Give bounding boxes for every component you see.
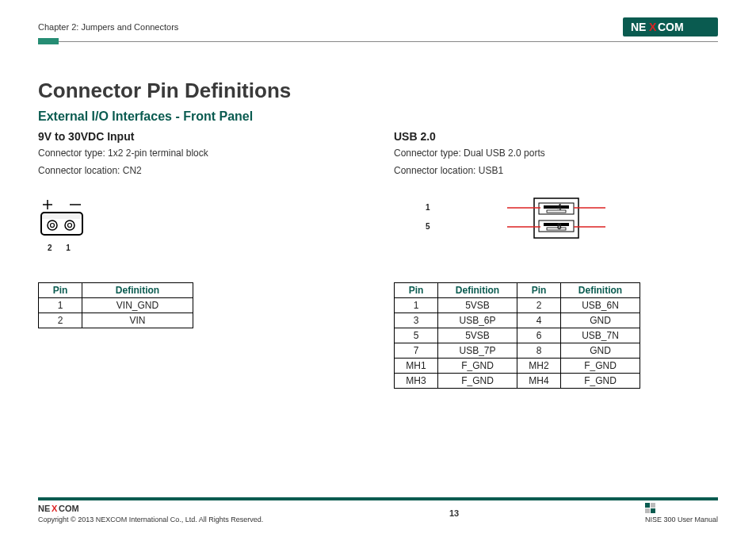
svg-rect-14 (544, 205, 569, 209)
svg-point-8 (48, 220, 57, 230)
usb-port-diagram: 1 4 5 8 (394, 195, 718, 251)
usb-pin1: 1 (426, 203, 430, 212)
right-conn-loc: Connector location: USB1 (394, 164, 718, 178)
svg-text:NE: NE (631, 21, 646, 33)
left-column: 9V to 30VDC Input Connector type: 1x2 2-… (38, 128, 362, 389)
diagram-pin1-label: 1 (66, 243, 71, 252)
th-pin: Pin (395, 282, 438, 297)
footer-rule (38, 497, 718, 500)
th-pin: Pin (39, 282, 82, 297)
svg-rect-15 (547, 210, 566, 213)
svg-text:NE: NE (38, 504, 50, 513)
svg-rect-17 (544, 223, 569, 226)
svg-rect-27 (651, 503, 655, 508)
usb-pin5: 5 (426, 222, 430, 231)
svg-point-9 (51, 223, 55, 227)
decor-squares-icon (645, 503, 656, 514)
table-row: 7USB_7P8GND (395, 343, 640, 358)
usb-pin4: 4 (557, 203, 562, 212)
th-def: Definition (82, 282, 193, 297)
table-row: 3USB_6P4GND (395, 313, 640, 328)
svg-text:COM: COM (658, 21, 684, 33)
left-conn-loc: Connector location: CN2 (38, 164, 362, 178)
page-title: Connector Pin Definitions (38, 79, 718, 103)
right-conn-type: Connector type: Dual USB 2.0 ports (394, 147, 718, 160)
header-rule (38, 41, 718, 42)
page-subtitle: External I/O Interfaces - Front Panel (38, 109, 718, 124)
svg-text:X: X (52, 504, 58, 513)
svg-rect-7 (41, 213, 82, 219)
svg-rect-29 (651, 508, 655, 513)
terminal-block-diagram: 2 1 (38, 195, 362, 251)
brand-logo: NE X COM (623, 17, 718, 36)
chapter-label: Chapter 2: Jumpers and Connectors (38, 22, 178, 32)
table-row: 2 VIN (39, 313, 193, 328)
th-pin: Pin (517, 282, 561, 297)
copyright-text: Copyright © 2013 NEXCOM International Co… (38, 516, 263, 523)
page-number: 13 (449, 508, 459, 518)
svg-point-11 (68, 223, 72, 227)
svg-text:COM: COM (59, 504, 79, 513)
svg-text:X: X (649, 21, 657, 33)
usb-pin8: 8 (557, 222, 562, 231)
table-row: 55VSB6USB_7N (395, 328, 640, 343)
footer-left: NE X COM Copyright © 2013 NEXCOM Interna… (38, 503, 263, 523)
th-def: Definition (438, 282, 517, 297)
right-column: USB 2.0 Connector type: Dual USB 2.0 por… (394, 128, 718, 389)
svg-rect-28 (645, 508, 650, 513)
left-heading: 9V to 30VDC Input (38, 130, 362, 143)
diagram-pin2-label: 2 (48, 243, 52, 252)
right-heading: USB 2.0 (394, 130, 718, 143)
th-def: Definition (561, 282, 640, 297)
left-pin-table: Pin Definition 1 VIN_GND 2 VIN (38, 282, 193, 328)
table-row: 15VSB2USB_6N (395, 297, 640, 313)
footer-logo-icon: NE X COM (38, 503, 94, 514)
table-row: 1 VIN_GND (39, 297, 193, 313)
left-conn-type: Connector type: 1x2 2-pin terminal block (38, 147, 362, 160)
manual-name: NISE 300 User Manual (645, 516, 718, 523)
table-row: MH1F_GNDMH2F_GND (395, 358, 640, 373)
svg-rect-18 (547, 228, 566, 230)
svg-point-10 (65, 220, 74, 230)
right-pin-table: Pin Definition Pin Definition 15VSB2USB_… (394, 282, 640, 389)
accent-block (38, 38, 59, 44)
svg-rect-26 (645, 503, 650, 508)
table-row: MH3F_GNDMH4F_GND (395, 373, 640, 388)
footer-right: NISE 300 User Manual (645, 503, 718, 523)
